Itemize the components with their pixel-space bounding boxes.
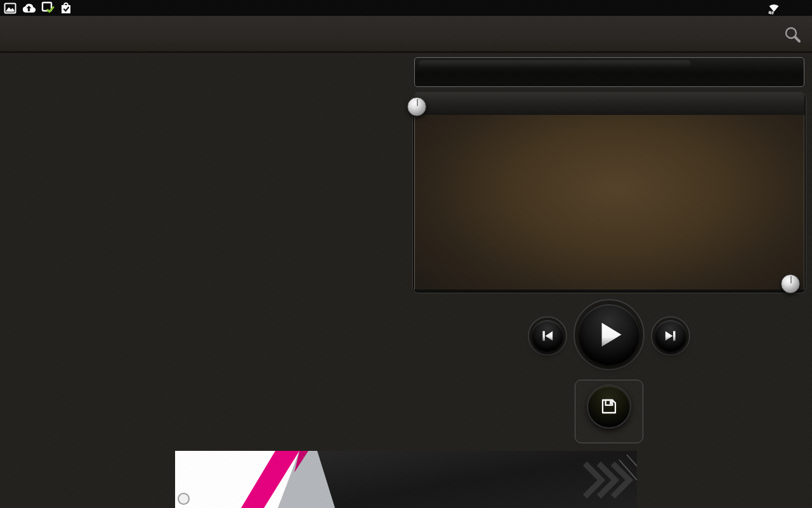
tab-bar: [0, 54, 411, 83]
wifi-icon: [766, 1, 782, 15]
search-icon[interactable]: [783, 25, 803, 45]
screenshot-notification-icon: [41, 1, 55, 15]
now-playing-bar[interactable]: [414, 57, 804, 87]
save-floppy-icon: [599, 396, 619, 417]
ad-info-icon[interactable]: [178, 493, 190, 505]
trim-end-handle[interactable]: [781, 274, 800, 293]
track-list: [8, 83, 398, 446]
save-button[interactable]: [587, 384, 631, 429]
next-icon: [662, 328, 679, 344]
previous-icon: [539, 328, 556, 344]
next-button[interactable]: [651, 316, 690, 356]
tab-active-indicator: [167, 79, 239, 83]
ringtone-maker-app: [0, 0, 812, 508]
play-icon: [593, 318, 625, 351]
battery-icon: [789, 2, 799, 14]
ad-background: [175, 451, 637, 508]
gallery-notification-icon: [4, 2, 16, 15]
save-panel: [575, 380, 643, 443]
trim-start-handle[interactable]: [407, 97, 426, 116]
cloud-upload-notification-icon: [22, 2, 36, 15]
status-bar: [0, 0, 812, 16]
timeline-ruler: [414, 92, 804, 115]
waveform-graph: [415, 115, 804, 290]
ad-banner[interactable]: [175, 451, 637, 508]
store-bag-notification-icon: [60, 1, 72, 15]
previous-button[interactable]: [528, 316, 567, 356]
waveform-display[interactable]: [414, 115, 804, 290]
play-button[interactable]: [573, 299, 645, 370]
app-header: [0, 16, 812, 53]
